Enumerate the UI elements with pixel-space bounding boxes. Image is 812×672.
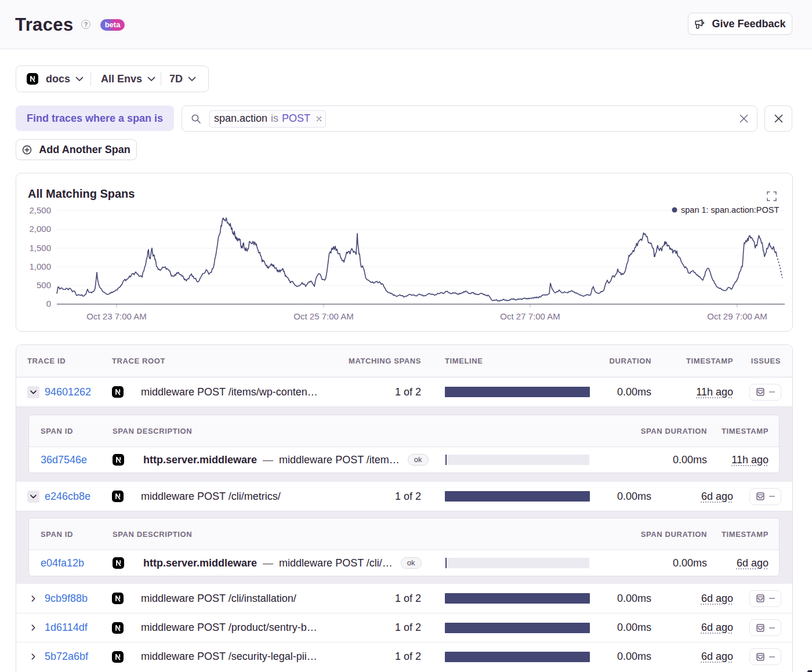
svg-text:2,500: 2,500: [29, 205, 51, 215]
svg-text:Oct 27 7:00 AM: Oct 27 7:00 AM: [500, 311, 560, 321]
svg-text:2,000: 2,000: [29, 224, 51, 234]
svg-text:1,000: 1,000: [29, 261, 51, 271]
svg-text:Oct 23 7:00 AM: Oct 23 7:00 AM: [86, 311, 146, 321]
svg-text:0: 0: [46, 299, 51, 308]
svg-text:500: 500: [37, 280, 51, 290]
svg-text:Oct 29 7:00 AM: Oct 29 7:00 AM: [707, 311, 767, 321]
svg-text:1,500: 1,500: [29, 243, 51, 253]
svg-text:span 1: span.action:POST: span 1: span.action:POST: [681, 205, 779, 215]
svg-text:Oct 25 7:00 AM: Oct 25 7:00 AM: [293, 311, 353, 321]
